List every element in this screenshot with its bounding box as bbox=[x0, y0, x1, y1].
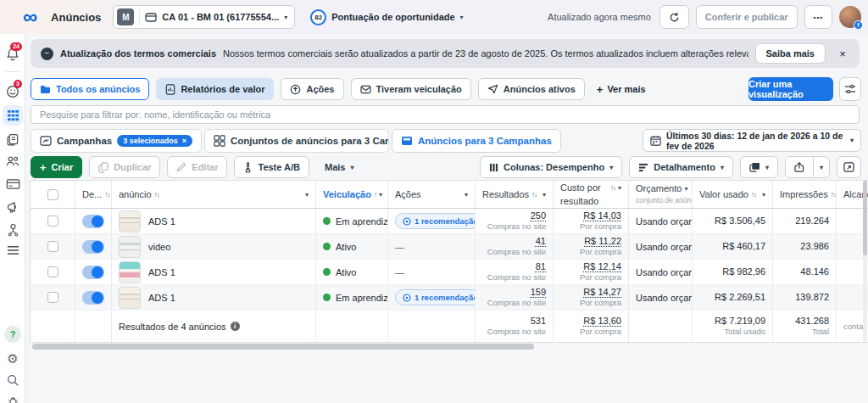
date-range-selector[interactable]: Últimos 30 dias: 12 de jan de 2026 a 10 … bbox=[643, 129, 861, 152]
columns-button[interactable]: Colunas: Desempenho ▾ bbox=[480, 156, 622, 178]
sidebar-account-home[interactable]: 3 bbox=[0, 81, 25, 102]
sidebar-search[interactable] bbox=[0, 370, 25, 390]
header-ad-name[interactable]: anúncio ↑↓ ▾ bbox=[112, 181, 316, 208]
sidebar-campaigns-active[interactable] bbox=[3, 105, 23, 126]
chevron-down-icon[interactable]: ▾ bbox=[305, 191, 309, 199]
results-value[interactable]: 250 bbox=[531, 210, 546, 221]
cost-value[interactable]: R$ 11,22 bbox=[584, 236, 621, 247]
row-select-cell[interactable] bbox=[31, 285, 75, 310]
sidebar-reports[interactable] bbox=[0, 129, 25, 149]
cost-value[interactable]: R$ 14,03 bbox=[583, 210, 621, 221]
results-value[interactable]: 81 bbox=[536, 261, 546, 272]
filter-value-reports[interactable]: Relatórios de valor bbox=[156, 78, 274, 100]
see-more-filters-button[interactable]: + Ver mais bbox=[597, 83, 646, 96]
ad-name[interactable]: ADS 1 bbox=[148, 216, 175, 227]
more-options-button[interactable]: ••• bbox=[804, 5, 832, 29]
header-results[interactable]: Resultados ↑↓ ▾ bbox=[476, 181, 554, 208]
row-checkbox[interactable] bbox=[47, 292, 58, 303]
filter-actions[interactable]: Ações bbox=[281, 78, 343, 100]
row-checkbox[interactable] bbox=[47, 241, 58, 252]
header-impressions[interactable]: Impressões ↑↓ ▾ bbox=[773, 181, 837, 208]
ad-name[interactable]: ADS 1 bbox=[148, 267, 175, 277]
row-checkbox[interactable] bbox=[47, 266, 58, 277]
recommendation-chip[interactable]: 1 recomendação bbox=[395, 289, 476, 305]
row-toggle-cell[interactable] bbox=[75, 209, 112, 233]
ad-name-cell[interactable]: ADS 1 bbox=[112, 260, 316, 284]
ad-name-cell[interactable]: ADS 1 bbox=[112, 285, 316, 310]
reports-button[interactable]: ▾ bbox=[740, 156, 778, 178]
breakdown-button[interactable]: Detalhamento ▾ bbox=[629, 156, 733, 178]
row-toggle-cell[interactable] bbox=[75, 234, 112, 259]
row-select-cell[interactable] bbox=[31, 209, 75, 233]
header-actions[interactable]: Ações ▾ bbox=[388, 181, 476, 208]
results-value[interactable]: 41 bbox=[536, 236, 546, 247]
chevron-down-icon[interactable]: ▾ bbox=[542, 191, 546, 199]
create-button[interactable]: + Criar bbox=[31, 156, 82, 178]
create-view-button[interactable]: Criar uma visualização bbox=[748, 77, 833, 101]
cost-value[interactable]: R$ 14,27 bbox=[583, 287, 621, 298]
filter-active-ads[interactable]: Anúncios ativos bbox=[478, 78, 585, 100]
search-input[interactable] bbox=[31, 105, 860, 124]
tab-ads-active[interactable]: Anúncios para 3 Campanhas bbox=[392, 129, 561, 153]
ad-toggle-on[interactable] bbox=[82, 291, 104, 305]
header-budget[interactable]: Orçamento▾ conjunto de anúncios bbox=[629, 181, 693, 208]
ab-test-button[interactable]: Teste A/B bbox=[234, 156, 309, 178]
profile-avatar[interactable]: f bbox=[839, 6, 861, 28]
chevron-down-icon[interactable]: ▾ bbox=[379, 191, 382, 199]
tab-adsets[interactable]: Conjuntos de anúncios para 3 Campanhas bbox=[204, 129, 389, 153]
edit-button[interactable]: Editar bbox=[167, 156, 227, 178]
export-options-button[interactable]: ▾ bbox=[814, 156, 830, 178]
results-value[interactable]: 159 bbox=[531, 287, 546, 298]
selected-count-badge[interactable]: 3 selecionados × bbox=[117, 135, 192, 147]
chevron-down-icon[interactable]: ▾ bbox=[762, 191, 765, 199]
chevron-down-icon[interactable]: ▾ bbox=[465, 191, 468, 199]
row-checkbox[interactable] bbox=[47, 215, 58, 227]
ad-name-cell[interactable]: ADS 1 bbox=[112, 209, 316, 233]
opportunity-score-dropdown[interactable]: 82 Pontuação de oportunidade ▾ bbox=[310, 9, 463, 25]
filter-all-ads[interactable]: Todos os anúncios bbox=[31, 78, 149, 100]
sidebar-settings[interactable]: ⚙ bbox=[0, 348, 25, 368]
header-cost-per-result[interactable]: Custo por↑↓▾ resultado bbox=[554, 181, 629, 208]
close-banner-button[interactable]: × bbox=[832, 43, 853, 64]
horizontal-scrollbar[interactable] bbox=[32, 344, 534, 350]
account-selector[interactable]: M CA 01 - BM 01 (61775554... ▾ bbox=[113, 5, 295, 29]
chevron-down-icon[interactable]: ▾ bbox=[618, 184, 621, 192]
meta-logo-icon[interactable]: ∞ bbox=[23, 7, 37, 27]
cost-value[interactable]: R$ 12,14 bbox=[583, 261, 621, 272]
row-select-cell[interactable] bbox=[31, 260, 75, 284]
sidebar-all-tools[interactable] bbox=[0, 240, 25, 260]
ad-name[interactable]: video bbox=[148, 242, 170, 252]
learn-more-button[interactable]: Saiba mais bbox=[755, 43, 826, 64]
close-icon[interactable]: × bbox=[182, 137, 186, 145]
ad-toggle-on[interactable] bbox=[82, 240, 104, 254]
recommendation-chip[interactable]: 1 recomendação bbox=[395, 213, 476, 229]
row-select-cell[interactable] bbox=[31, 234, 75, 259]
duplicate-button[interactable]: Duplicar bbox=[89, 156, 160, 178]
header-amount-spent[interactable]: Valor usado ↑↓ ▾ bbox=[693, 181, 773, 208]
sidebar-report-bug[interactable] bbox=[0, 391, 25, 403]
info-icon[interactable]: i bbox=[231, 322, 240, 331]
filter-had-delivery[interactable]: Tiveram veiculação bbox=[351, 78, 471, 100]
open-charts-button[interactable] bbox=[837, 156, 861, 178]
export-button[interactable] bbox=[785, 156, 814, 178]
row-toggle-cell[interactable] bbox=[75, 260, 112, 284]
header-delivery[interactable]: Veiculação ↑ ▾ bbox=[316, 181, 388, 208]
header-select-all[interactable] bbox=[31, 181, 75, 208]
sidebar-notifications[interactable]: 24 bbox=[0, 44, 25, 64]
row-toggle-cell[interactable] bbox=[75, 285, 112, 310]
refresh-button[interactable] bbox=[659, 5, 689, 29]
tab-campaigns[interactable]: Campanhas 3 selecionados × bbox=[31, 129, 202, 153]
sidebar-advertise[interactable] bbox=[0, 197, 25, 217]
ad-name-cell[interactable]: video bbox=[112, 234, 316, 259]
sidebar-audiences[interactable] bbox=[0, 151, 25, 171]
more-button[interactable]: Mais ▾ bbox=[316, 156, 362, 178]
view-settings-button[interactable] bbox=[839, 77, 861, 101]
sidebar-assets[interactable] bbox=[0, 219, 25, 239]
vertical-scrollbar[interactable] bbox=[863, 181, 867, 255]
sidebar-billing[interactable] bbox=[0, 174, 25, 194]
chevron-down-icon[interactable]: ▾ bbox=[684, 185, 687, 193]
ad-name[interactable]: ADS 1 bbox=[148, 293, 175, 303]
ad-toggle-on[interactable] bbox=[82, 266, 104, 279]
header-toggle[interactable]: De... ↑↓ bbox=[75, 181, 112, 208]
sidebar-help[interactable]: ? bbox=[0, 324, 25, 344]
